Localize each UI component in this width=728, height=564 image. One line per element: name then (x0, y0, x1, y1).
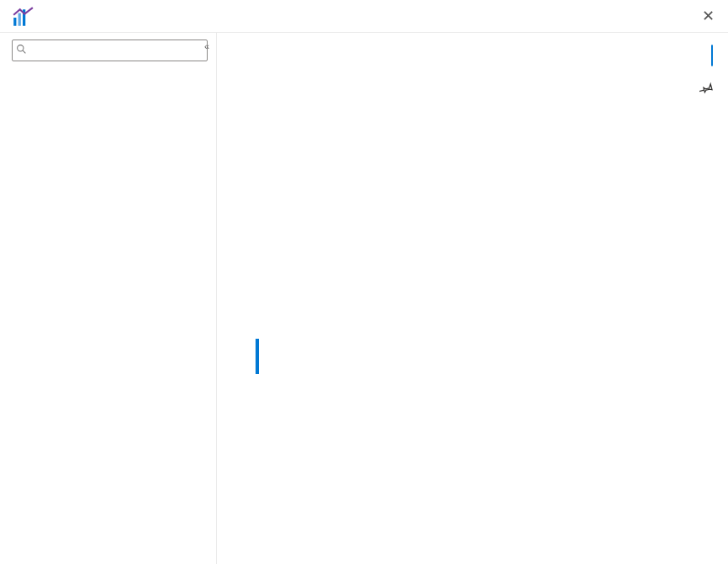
chart-plot-area (256, 137, 704, 330)
main-content (217, 33, 728, 564)
svg-line-4 (23, 50, 25, 53)
search-input[interactable] (12, 40, 208, 61)
metrics-icon (12, 5, 34, 29)
svg-rect-1 (18, 13, 21, 26)
close-button[interactable]: ✕ (697, 5, 720, 27)
svg-rect-0 (13, 18, 16, 26)
timerange-selector (711, 45, 713, 66)
pin-button[interactable] (699, 82, 713, 95)
title-bar: ✕ (0, 0, 728, 33)
legend-color-swatch (256, 339, 259, 374)
chart-legend (256, 339, 713, 374)
collapse-sidebar-button[interactable]: « (204, 41, 206, 51)
svg-point-3 (18, 45, 24, 51)
search-icon (16, 44, 27, 55)
sidebar: « (0, 33, 217, 564)
legend-value (266, 339, 267, 358)
